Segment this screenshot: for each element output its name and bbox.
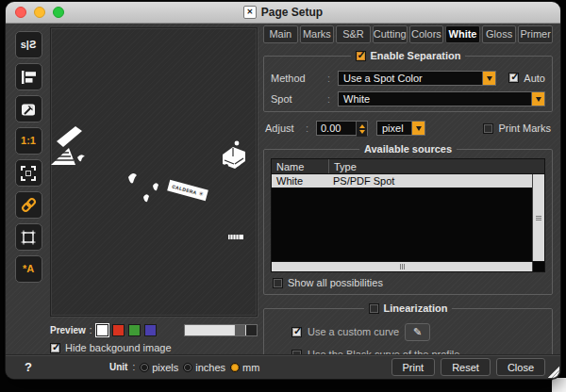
tab-colors[interactable]: Colors <box>409 25 444 43</box>
linearization-label: Linearization <box>384 302 448 314</box>
column-header-type[interactable]: Type <box>329 159 544 173</box>
fullscreen-window-button[interactable] <box>53 7 64 18</box>
adjust-row: Adjust : 0.00 pixel Print Marks <box>265 121 551 136</box>
horizontal-scrollbar[interactable] <box>272 262 532 271</box>
spot-dropdown-arrow-icon[interactable] <box>531 92 544 106</box>
actual-size-tool-button[interactable]: 1:1 <box>15 127 42 155</box>
fit-frame-icon <box>21 166 36 181</box>
tab-primer[interactable]: Primer <box>518 25 553 43</box>
spot-row: Spot : White <box>271 90 545 106</box>
auto-checkbox[interactable] <box>508 73 519 83</box>
enable-separation-checkbox[interactable] <box>356 51 366 61</box>
preview-zone: CALDERA ✳ Preview : Hide backgo <box>50 27 258 353</box>
show-all-checkbox[interactable] <box>273 278 283 288</box>
density-light-segment <box>185 325 234 335</box>
method-dropdown[interactable]: Use a Spot Color <box>338 71 496 86</box>
spin-down-icon[interactable] <box>357 129 367 137</box>
show-all-label: Show all possibilities <box>288 277 383 288</box>
sources-table-body: White PS/PDF Spot <box>272 174 544 261</box>
pixels-radio[interactable] <box>140 363 149 372</box>
preview-controls-row: Preview : <box>50 323 258 336</box>
inches-label: inches <box>195 362 225 373</box>
auto-row[interactable]: Auto <box>508 73 545 84</box>
tab-cutting[interactable]: Cutting <box>373 25 408 43</box>
adjust-unit-value: pixel <box>377 122 411 135</box>
crop-marks-tool-button[interactable] <box>15 223 42 251</box>
inches-radio[interactable] <box>183 363 192 372</box>
action-buttons: Print Reset Close <box>391 358 546 376</box>
custom-curve-row: Use a custom curve ✎ <box>291 323 545 340</box>
tab-gloss[interactable]: Gloss <box>482 25 517 43</box>
annotation-icon: *A <box>23 264 34 274</box>
window-titlebar[interactable]: ✕ Page Setup <box>6 2 560 24</box>
reset-button[interactable]: Reset <box>441 358 491 376</box>
print-button[interactable]: Print <box>391 358 436 376</box>
enable-separation-label: Enable Separation <box>371 50 461 61</box>
mm-label: mm <box>242 362 259 373</box>
adjust-spinbox[interactable]: 0.00 <box>316 121 368 136</box>
unit-label: Unit <box>109 362 127 372</box>
annotation-tool-button[interactable]: *A <box>15 255 42 283</box>
pencil-icon: ✎ <box>413 326 422 338</box>
unit-option-mm[interactable]: mm <box>230 362 259 373</box>
link-dimensions-tool-button[interactable] <box>15 191 42 219</box>
method-value: Use a Spot Color <box>339 72 482 85</box>
registration-marks-icon <box>21 230 36 245</box>
help-button[interactable]: ? <box>25 360 32 374</box>
print-marks-row[interactable]: Print Marks <box>483 122 551 134</box>
tab-sr[interactable]: S&R <box>336 25 371 43</box>
align-left-tool-button[interactable] <box>15 63 42 90</box>
cell-name: White <box>272 174 328 188</box>
column-header-name[interactable]: Name <box>272 159 329 173</box>
chain-link-icon <box>21 197 37 213</box>
spin-up-icon[interactable] <box>357 122 367 129</box>
tab-main[interactable]: Main <box>263 25 298 43</box>
horizontal-scrollbar-wrap <box>272 261 544 271</box>
traffic-lights <box>15 7 64 18</box>
cell-type: PS/PDF Spot <box>328 174 399 188</box>
window-title: Page Setup <box>261 6 323 19</box>
scale-to-page-tool-button[interactable] <box>15 95 42 122</box>
show-all-row[interactable]: Show all possibilities <box>273 277 543 288</box>
adjust-unit-arrow-icon[interactable] <box>411 122 424 135</box>
adjust-value[interactable]: 0.00 <box>317 122 356 135</box>
method-dropdown-arrow-icon[interactable] <box>482 72 495 85</box>
hide-background-checkbox[interactable] <box>50 343 60 353</box>
fit-to-frame-tool-button[interactable] <box>15 159 42 187</box>
tab-marks[interactable]: Marks <box>300 25 335 43</box>
adjust-spin-buttons <box>356 122 367 135</box>
close-window-button[interactable] <box>15 7 26 18</box>
unit-colon: : <box>132 362 135 372</box>
print-marks-checkbox[interactable] <box>483 123 493 134</box>
pixels-label: pixels <box>152 362 178 373</box>
close-button[interactable]: Close <box>496 358 545 376</box>
mirror-tool-button[interactable]: s|Ƨ <box>15 31 42 58</box>
custom-curve-checkbox[interactable] <box>291 327 302 337</box>
page-setup-window: ✕ Page Setup s|Ƨ <box>6 2 560 379</box>
scrollbar-corner <box>532 262 544 271</box>
preview-color-green[interactable] <box>128 324 141 336</box>
unit-option-inches[interactable]: inches <box>183 362 225 373</box>
preview-color-white[interactable] <box>96 324 108 336</box>
scrollbar-grip-h-icon <box>400 264 405 270</box>
edit-curve-button[interactable]: ✎ <box>405 323 430 341</box>
sources-table: Name Type White PS/PDF Spot <box>271 158 545 272</box>
adjust-unit-dropdown[interactable]: pixel <box>376 121 425 136</box>
preview-canvas[interactable]: CALDERA ✳ <box>50 27 258 317</box>
spot-dropdown[interactable]: White <box>338 91 545 106</box>
hide-background-row[interactable]: Hide backgound image <box>50 342 258 353</box>
preview-density-bar[interactable] <box>184 324 258 336</box>
preview-color-blue[interactable] <box>144 324 157 336</box>
vertical-scrollbar[interactable] <box>532 174 544 261</box>
preview-color-red[interactable] <box>112 324 125 336</box>
tab-white[interactable]: White <box>445 25 480 43</box>
settings-panel: Main Marks S&R Cutting Colors White Glos… <box>261 24 555 354</box>
unit-option-pixels[interactable]: pixels <box>140 362 178 373</box>
mm-radio[interactable] <box>230 363 240 372</box>
unit-group: Unit : pixels inches mm <box>109 362 259 373</box>
sources-table-header: Name Type <box>272 159 544 174</box>
available-sources-group: Available sources Name Type White PS/PDF… <box>263 143 553 295</box>
minimize-window-button[interactable] <box>34 7 45 18</box>
linearization-checkbox[interactable] <box>369 303 379 314</box>
table-row-white[interactable]: White PS/PDF Spot <box>272 174 533 188</box>
